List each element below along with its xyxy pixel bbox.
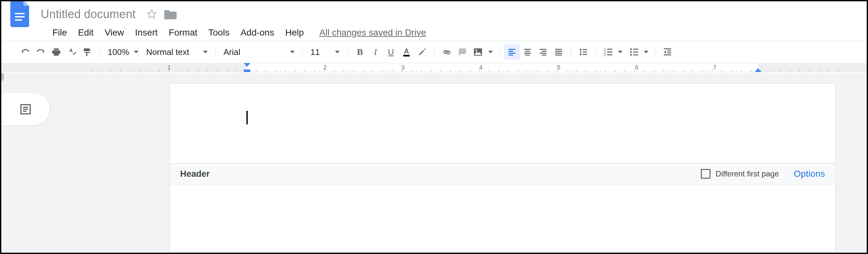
caret-icon [134,51,138,53]
svg-point-9 [630,49,632,51]
checkbox-icon [701,169,711,179]
move-to-folder-icon[interactable] [164,9,177,20]
ruler-tick [586,70,586,72]
italic-button[interactable]: I [368,44,383,60]
header-options-link[interactable]: Options [794,169,825,179]
header-region[interactable] [170,84,835,163]
ruler-tick [693,70,693,72]
ruler-number: 6 [635,64,639,71]
bulleted-list-button[interactable] [626,44,642,60]
svg-rect-2 [15,20,22,21]
ruler-tick [625,70,625,72]
highlight-color-button[interactable] [414,44,430,60]
ruler-tick [111,70,111,72]
menu-view[interactable]: View [104,28,124,38]
save-status[interactable]: All changes saved in Drive [319,28,426,38]
ruler-number: 4 [479,64,483,71]
document-page[interactable]: Header Different first page Options [169,83,836,253]
ruler-tick [208,70,208,72]
insert-link-button[interactable] [439,44,455,60]
ruler-tick [703,70,703,72]
ruler-tick [363,70,363,72]
print-button[interactable] [49,44,64,60]
ruler-tick [673,70,674,72]
caret-icon[interactable] [488,51,493,53]
ruler-tick [732,70,732,72]
align-center-button[interactable] [520,44,535,60]
align-left-button[interactable] [504,44,520,60]
ruler-tick [382,70,382,72]
ruler[interactable]: 1 2 3 4 5 6 7 [1,63,867,72]
left-indent-marker[interactable] [244,69,250,72]
ruler-number: 5 [557,64,560,71]
zoom-dropdown[interactable]: 100% [104,44,133,60]
ruler-tick [537,70,538,72]
ruler-tick [838,70,839,72]
separator [138,45,138,59]
menu-insert[interactable]: Insert [135,28,158,38]
ruler-tick [256,70,256,72]
ruler-tick [237,70,237,72]
add-comment-button[interactable] [455,44,470,60]
ruler-tick [373,70,373,72]
decrease-indent-button[interactable] [660,44,675,60]
different-first-page-checkbox[interactable]: Different first page [701,169,779,179]
spellcheck-button[interactable] [64,44,80,60]
undo-button[interactable] [18,44,33,60]
first-line-indent-marker[interactable] [244,63,250,67]
underline-button[interactable]: U [383,44,399,60]
bold-button[interactable]: B [352,44,368,60]
document-outline-button[interactable] [1,93,50,125]
separator [100,45,100,59]
menu-help[interactable]: Help [285,28,304,38]
font-dropdown[interactable]: Arial [220,44,298,60]
menu-edit[interactable]: Edit [78,28,93,38]
menu-format[interactable]: Format [169,28,197,38]
font-value: Arial [223,47,240,57]
insert-image-button[interactable] [470,44,486,60]
menu-tools[interactable]: Tools [208,28,229,38]
ruler-tick [246,70,247,72]
svg-point-5 [476,50,477,52]
ruler-tick [402,70,402,72]
redo-button[interactable] [33,44,49,60]
ruler-number: 1 [167,64,171,71]
line-spacing-button[interactable] [576,44,591,60]
ruler-tick [508,70,509,72]
ruler-tick [305,70,305,72]
ruler-tick [606,70,606,72]
align-right-button[interactable] [535,44,551,60]
star-icon[interactable] [146,9,157,20]
styles-dropdown[interactable]: Normal text [143,44,211,60]
menu-addons[interactable]: Add-ons [241,28,274,38]
ruler-tick [741,70,742,72]
ruler-tick [411,70,412,72]
svg-point-10 [630,51,632,53]
side-scroll-handle[interactable] [1,73,4,81]
numbered-list-button[interactable]: 123 [600,44,616,60]
ruler-tick [819,70,819,72]
paint-format-button[interactable] [80,44,95,60]
caret-icon[interactable] [618,51,623,53]
docs-logo-icon[interactable] [10,0,31,28]
ruler-tick [450,70,451,72]
align-justify-button[interactable] [551,44,566,60]
ruler-tick [809,70,809,72]
separator [302,45,303,59]
font-size-dropdown[interactable]: 11 [307,44,343,60]
ruler-tick [654,70,654,72]
menu-file[interactable]: File [52,28,67,38]
right-indent-marker[interactable] [755,68,761,72]
caret-icon[interactable] [644,51,648,53]
ruler-tick [120,70,121,72]
ruler-tick [227,70,227,72]
text-color-button[interactable] [399,44,414,60]
separator [499,45,500,59]
ruler-tick [324,70,324,72]
ruler-tick [169,70,169,72]
ruler-tick [392,70,392,72]
ruler-tick [343,70,344,72]
document-title[interactable]: Untitled document [39,7,137,21]
svg-rect-1 [15,16,25,18]
workspace: Header Different first page Options [1,73,867,253]
